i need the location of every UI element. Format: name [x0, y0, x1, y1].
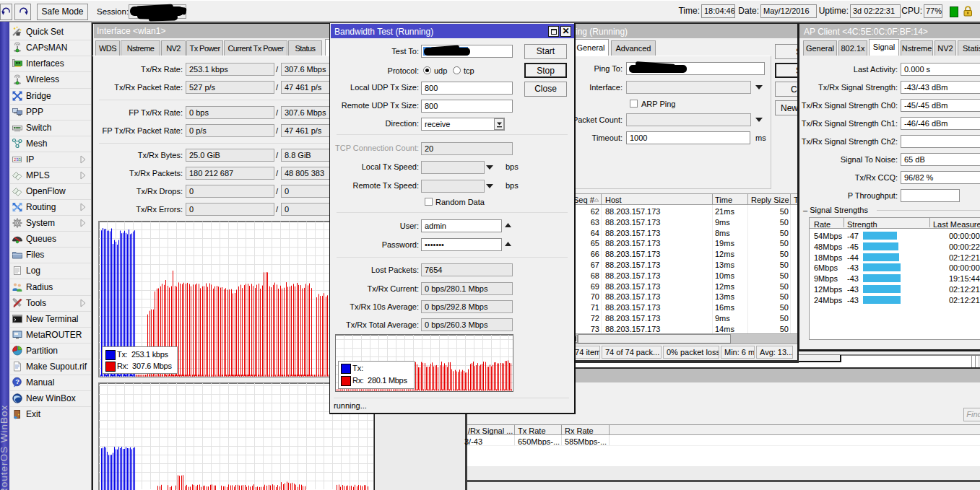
svg-text:?: ?: [15, 377, 19, 385]
